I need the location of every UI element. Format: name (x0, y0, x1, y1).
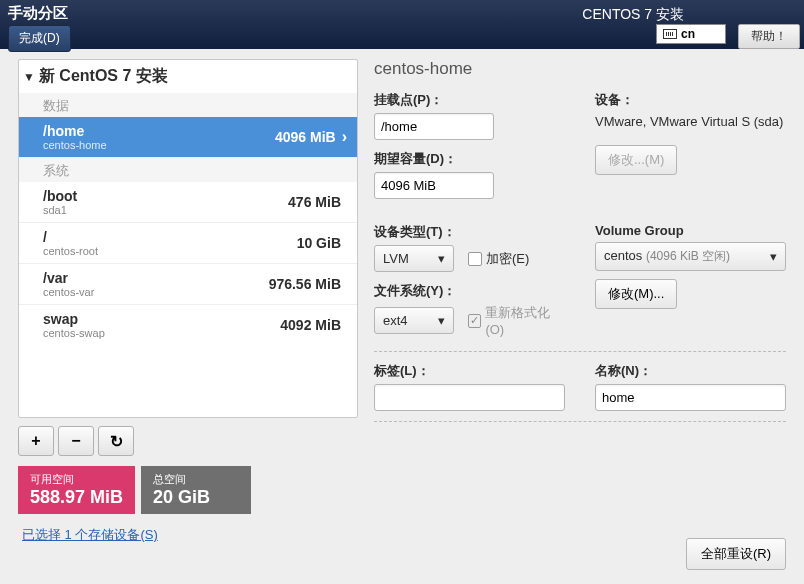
device-type-label: 设备类型(T)： (374, 223, 565, 241)
done-button[interactable]: 完成(D) (8, 25, 71, 52)
section-data-label: 数据 (19, 93, 357, 117)
keyboard-layout: cn (681, 27, 695, 41)
filesystem-label: 文件系统(Y)： (374, 282, 565, 300)
section-system-label: 系统 (19, 158, 357, 182)
partition-row-root[interactable]: / centos-root 10 GiB (19, 223, 357, 264)
details-panel: centos-home 挂载点(P)： 期望容量(D)： 设备： VMware,… (374, 59, 786, 544)
available-space-box: 可用空间 588.97 MiB (18, 466, 135, 514)
reset-all-button[interactable]: 全部重设(R) (686, 538, 786, 570)
name-input[interactable] (595, 384, 786, 411)
separator (374, 351, 786, 352)
total-space-box: 总空间 20 GiB (141, 466, 251, 514)
reload-button[interactable]: ↻ (98, 426, 134, 456)
partition-row-swap[interactable]: swap centos-swap 4092 MiB (19, 305, 357, 345)
capacity-input[interactable] (374, 172, 494, 199)
label-label: 标签(L)： (374, 362, 565, 380)
label-input[interactable] (374, 384, 565, 411)
separator (374, 421, 786, 422)
install-tree-header[interactable]: ▼ 新 CentOS 7 安装 (19, 60, 357, 93)
help-button[interactable]: 帮助！ (738, 24, 800, 49)
modify-vg-button[interactable]: 修改(M)... (595, 279, 677, 309)
name-label: 名称(N)： (595, 362, 786, 380)
page-title: 手动分区 (8, 4, 71, 23)
partition-row-var[interactable]: /var centos-var 976.56 MiB (19, 264, 357, 305)
chevron-down-icon: ▾ (438, 313, 445, 328)
top-bar: 手动分区 完成(D) CENTOS 7 安装 cn 帮助！ (0, 0, 804, 49)
volume-group-label: Volume Group (595, 223, 786, 238)
reformat-checkbox: ✓ (468, 314, 481, 328)
capacity-label: 期望容量(D)： (374, 150, 565, 168)
keyboard-icon (663, 29, 677, 39)
mount-point-label: 挂载点(P)： (374, 91, 565, 109)
modify-devices-button[interactable]: 修改...(M) (595, 145, 677, 175)
remove-partition-button[interactable]: − (58, 426, 94, 456)
devices-label: 设备： (595, 91, 786, 109)
details-title: centos-home (374, 59, 786, 79)
chevron-right-icon: › (342, 128, 347, 146)
keyboard-indicator[interactable]: cn (656, 24, 726, 44)
chevron-down-icon: ▾ (438, 251, 445, 266)
disclose-icon: ▼ (23, 70, 35, 84)
encrypt-checkbox-row[interactable]: 加密(E) (468, 250, 529, 268)
partition-row-boot[interactable]: /boot sda1 476 MiB (19, 182, 357, 223)
storage-devices-link[interactable]: 已选择 1 个存储设备(S) (18, 526, 358, 544)
reformat-checkbox-row: ✓ 重新格式化(O) (468, 304, 565, 337)
device-type-select[interactable]: LVM ▾ (374, 245, 454, 272)
partition-sidebar: ▼ 新 CentOS 7 安装 数据 /home centos-home 409… (18, 59, 358, 544)
filesystem-select[interactable]: ext4 ▾ (374, 307, 454, 334)
volume-group-select[interactable]: centos (4096 KiB 空闲) ▾ (595, 242, 786, 271)
partition-row-home[interactable]: /home centos-home 4096 MiB › (19, 117, 357, 158)
add-partition-button[interactable]: + (18, 426, 54, 456)
chevron-down-icon: ▾ (770, 249, 777, 264)
encrypt-checkbox[interactable] (468, 252, 482, 266)
mount-point-input[interactable] (374, 113, 494, 140)
devices-text: VMware, VMware Virtual S (sda) (595, 113, 786, 131)
